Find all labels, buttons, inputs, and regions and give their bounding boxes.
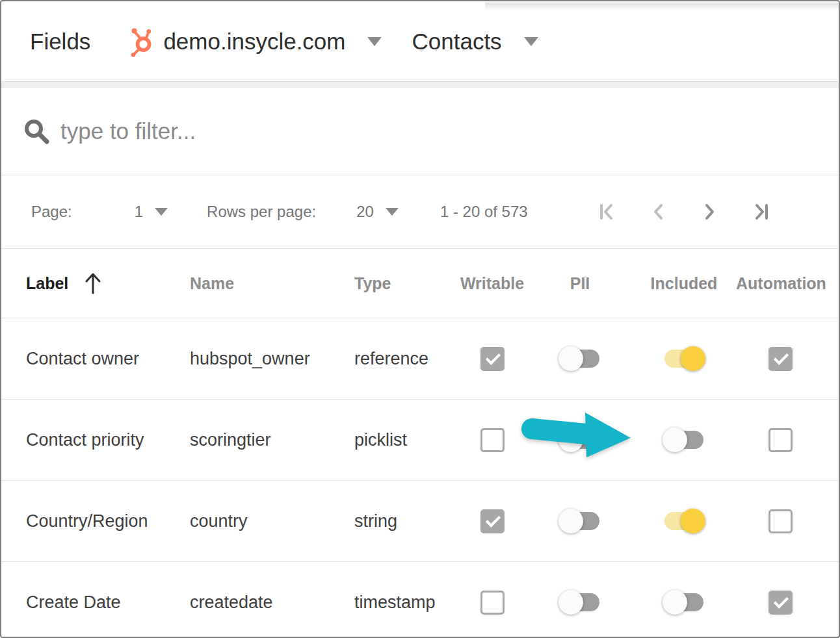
column-header-type[interactable]: Type [354,274,456,293]
page-select-value[interactable]: 1 [135,203,143,221]
toggle-knob [663,590,687,615]
toggle-knob [681,346,705,371]
annotation-arrow-icon [520,407,634,462]
object-type-dropdown-caret-icon[interactable] [524,37,538,46]
next-page-button[interactable] [700,201,720,222]
table-header-row: Label Name Type Writable PII Included Au… [1,249,839,318]
column-header-name[interactable]: Name [190,274,354,293]
field-type: string [354,511,456,531]
field-name: country [190,511,354,531]
column-header-writable[interactable]: Writable [456,274,528,293]
toggle-knob [681,509,705,533]
field-type: timestamp [354,593,456,613]
hubspot-sprocket-icon [124,25,154,58]
table-row: Contact priority scoringtier picklist [1,400,839,481]
column-header-label-text: Label [26,274,68,293]
table-row: Create Date createdate timestamp [1,562,839,638]
top-border-gap [477,1,485,3]
pii-toggle[interactable] [558,508,601,534]
account-name[interactable]: demo.insycle.com [163,29,345,55]
field-label: Contact priority [26,430,190,450]
last-page-button[interactable] [752,201,772,222]
table-row: Country/Region country string [1,481,839,562]
rows-per-page-value[interactable]: 20 [356,203,374,221]
pii-toggle[interactable] [558,589,601,615]
filter-bar [1,88,839,175]
pagination-bar: Page: 1 Rows per page: 20 1 - 20 of 573 [1,175,839,249]
table-row: Contact owner hubspot_owner reference [1,318,839,400]
column-header-automation[interactable]: Automation [736,274,824,293]
included-toggle[interactable] [663,589,705,615]
previous-page-button[interactable] [648,201,668,222]
pagination-range: 1 - 20 of 573 [440,203,528,221]
filter-input[interactable] [59,118,777,145]
automation-checkbox[interactable] [768,509,793,533]
page-label: Page: [31,203,72,221]
rows-per-page-label: Rows per page: [207,203,316,221]
pii-toggle[interactable] [558,346,601,372]
top-border-shadow [485,3,840,10]
toggle-knob [663,427,687,452]
field-name: hubspot_owner [190,349,354,369]
field-label: Create Date [26,593,190,613]
previous-page-icon [648,201,668,222]
toggle-knob [558,590,583,615]
sort-ascending-arrow-up-icon [84,272,102,295]
field-name: createdate [190,593,354,613]
field-type: reference [354,349,456,369]
account-dropdown-caret-icon[interactable] [367,37,382,46]
toggle-knob [558,509,583,533]
first-page-icon [596,201,616,222]
next-page-icon [700,201,720,222]
field-type: picklist [354,430,456,450]
included-toggle[interactable] [663,346,705,372]
page-select-caret-icon[interactable] [155,208,168,216]
automation-checkbox[interactable] [768,428,793,452]
search-icon [23,118,50,145]
automation-checkbox[interactable] [768,591,793,615]
column-header-pii[interactable]: PII [528,274,632,293]
included-toggle[interactable] [663,508,705,534]
toggle-knob [558,346,583,371]
column-header-label[interactable]: Label [26,272,190,295]
field-label: Contact owner [26,349,190,369]
last-page-icon [752,201,772,222]
writable-checkbox[interactable] [480,428,505,452]
writable-checkbox[interactable] [480,347,505,371]
column-header-included[interactable]: Included [632,274,736,293]
first-page-button[interactable] [596,201,616,222]
page-header: Fields demo.insycle.com Contacts [1,1,839,81]
included-toggle[interactable] [663,427,705,453]
field-label: Country/Region [26,511,190,531]
header-divider-band [1,81,839,88]
field-name: scoringtier [190,430,354,450]
object-type-name[interactable]: Contacts [412,29,501,55]
writable-checkbox[interactable] [480,591,505,615]
pagination-nav [564,201,772,222]
automation-checkbox[interactable] [768,347,793,371]
fields-page: Fields demo.insycle.com Contacts [0,0,840,638]
rows-per-page-caret-icon[interactable] [386,208,399,216]
page-title: Fields [30,29,90,55]
writable-checkbox[interactable] [480,509,505,533]
